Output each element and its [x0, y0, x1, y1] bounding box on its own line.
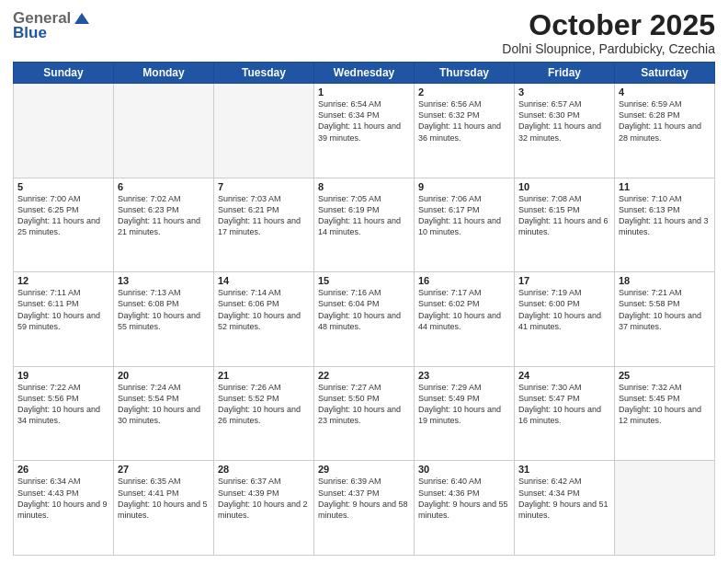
week-row-4: 19Sunrise: 7:22 AM Sunset: 5:56 PM Dayli… [14, 366, 715, 461]
day-number: 30 [418, 464, 510, 475]
day-cell: 5Sunrise: 7:00 AM Sunset: 6:25 PM Daylig… [14, 178, 114, 272]
day-number: 28 [218, 464, 310, 475]
day-number: 3 [518, 86, 610, 98]
day-info: Sunrise: 7:32 AM Sunset: 5:45 PM Dayligh… [619, 382, 711, 427]
day-number: 9 [418, 181, 510, 192]
day-info: Sunrise: 7:05 AM Sunset: 6:19 PM Dayligh… [318, 193, 410, 238]
day-info: Sunrise: 7:24 AM Sunset: 5:54 PM Dayligh… [118, 382, 210, 427]
day-info: Sunrise: 6:39 AM Sunset: 4:37 PM Dayligh… [318, 476, 410, 521]
day-number: 29 [318, 464, 410, 475]
day-info: Sunrise: 7:06 AM Sunset: 6:17 PM Dayligh… [418, 193, 510, 238]
week-row-5: 26Sunrise: 6:34 AM Sunset: 4:43 PM Dayli… [14, 461, 715, 556]
day-cell: 27Sunrise: 6:35 AM Sunset: 4:41 PM Dayli… [114, 461, 214, 556]
weekday-header-thursday: Thursday [415, 63, 515, 84]
week-row-3: 12Sunrise: 7:11 AM Sunset: 6:11 PM Dayli… [14, 272, 715, 367]
day-number: 18 [619, 275, 711, 286]
day-number: 13 [118, 275, 210, 286]
day-number: 8 [318, 181, 410, 192]
weekday-header-wednesday: Wednesday [314, 63, 415, 84]
month-title: October 2025 [502, 9, 715, 41]
day-info: Sunrise: 6:56 AM Sunset: 6:32 PM Dayligh… [418, 98, 510, 144]
day-cell: 21Sunrise: 7:26 AM Sunset: 5:52 PM Dayli… [214, 366, 314, 461]
day-info: Sunrise: 7:10 AM Sunset: 6:13 PM Dayligh… [619, 193, 711, 238]
day-cell: 12Sunrise: 7:11 AM Sunset: 6:11 PM Dayli… [14, 272, 114, 367]
calendar-table: SundayMondayTuesdayWednesdayThursdayFrid… [13, 62, 715, 556]
day-cell: 14Sunrise: 7:14 AM Sunset: 6:06 PM Dayli… [214, 272, 314, 367]
day-info: Sunrise: 6:42 AM Sunset: 4:34 PM Dayligh… [518, 476, 610, 521]
week-row-1: 1Sunrise: 6:54 AM Sunset: 6:34 PM Daylig… [14, 84, 715, 178]
day-number: 14 [218, 275, 310, 286]
day-info: Sunrise: 7:14 AM Sunset: 6:06 PM Dayligh… [218, 287, 310, 332]
day-number: 23 [418, 370, 510, 381]
day-cell: 16Sunrise: 7:17 AM Sunset: 6:02 PM Dayli… [415, 272, 515, 367]
day-number: 25 [619, 370, 711, 381]
day-cell: 10Sunrise: 7:08 AM Sunset: 6:15 PM Dayli… [515, 178, 615, 272]
weekday-header-tuesday: Tuesday [214, 63, 314, 84]
logo-icon [73, 11, 91, 26]
day-cell [14, 84, 114, 178]
day-info: Sunrise: 7:21 AM Sunset: 5:58 PM Dayligh… [619, 287, 711, 332]
day-number: 1 [318, 86, 410, 98]
day-cell: 25Sunrise: 7:32 AM Sunset: 5:45 PM Dayli… [615, 366, 715, 461]
day-cell: 31Sunrise: 6:42 AM Sunset: 4:34 PM Dayli… [515, 461, 615, 556]
day-info: Sunrise: 7:08 AM Sunset: 6:15 PM Dayligh… [518, 193, 610, 238]
day-info: Sunrise: 7:27 AM Sunset: 5:50 PM Dayligh… [318, 382, 410, 427]
day-number: 24 [518, 370, 610, 381]
day-info: Sunrise: 7:30 AM Sunset: 5:47 PM Dayligh… [518, 382, 610, 427]
page: General Blue October 2025 Dolni Sloupnic… [0, 0, 728, 563]
day-info: Sunrise: 7:00 AM Sunset: 6:25 PM Dayligh… [17, 193, 109, 238]
day-number: 5 [17, 181, 109, 192]
logo-blue-text: Blue [13, 24, 47, 42]
day-info: Sunrise: 6:57 AM Sunset: 6:30 PM Dayligh… [518, 98, 610, 144]
day-number: 10 [518, 181, 610, 192]
day-info: Sunrise: 7:16 AM Sunset: 6:04 PM Dayligh… [318, 287, 410, 332]
day-info: Sunrise: 7:26 AM Sunset: 5:52 PM Dayligh… [218, 382, 310, 427]
logo: General Blue [13, 9, 91, 42]
day-cell: 18Sunrise: 7:21 AM Sunset: 5:58 PM Dayli… [615, 272, 715, 367]
day-cell: 15Sunrise: 7:16 AM Sunset: 6:04 PM Dayli… [314, 272, 415, 367]
day-cell: 11Sunrise: 7:10 AM Sunset: 6:13 PM Dayli… [615, 178, 715, 272]
day-number: 19 [17, 370, 109, 381]
day-cell [114, 84, 214, 178]
week-row-2: 5Sunrise: 7:00 AM Sunset: 6:25 PM Daylig… [14, 178, 715, 272]
day-info: Sunrise: 6:54 AM Sunset: 6:34 PM Dayligh… [318, 98, 410, 144]
day-cell: 17Sunrise: 7:19 AM Sunset: 6:00 PM Dayli… [515, 272, 615, 367]
day-number: 2 [418, 86, 510, 98]
day-number: 6 [118, 181, 210, 192]
day-cell: 28Sunrise: 6:37 AM Sunset: 4:39 PM Dayli… [214, 461, 314, 556]
day-cell: 26Sunrise: 6:34 AM Sunset: 4:43 PM Dayli… [14, 461, 114, 556]
day-cell: 2Sunrise: 6:56 AM Sunset: 6:32 PM Daylig… [415, 84, 515, 178]
day-info: Sunrise: 6:37 AM Sunset: 4:39 PM Dayligh… [218, 476, 310, 521]
weekday-header-sunday: Sunday [14, 63, 114, 84]
day-number: 27 [118, 464, 210, 475]
title-block: October 2025 Dolni Sloupnice, Pardubicky… [502, 9, 715, 56]
day-cell: 7Sunrise: 7:03 AM Sunset: 6:21 PM Daylig… [214, 178, 314, 272]
day-cell: 20Sunrise: 7:24 AM Sunset: 5:54 PM Dayli… [114, 366, 214, 461]
weekday-header-saturday: Saturday [615, 63, 715, 84]
day-cell: 3Sunrise: 6:57 AM Sunset: 6:30 PM Daylig… [515, 84, 615, 178]
day-number: 21 [218, 370, 310, 381]
day-cell: 29Sunrise: 6:39 AM Sunset: 4:37 PM Dayli… [314, 461, 415, 556]
day-info: Sunrise: 7:17 AM Sunset: 6:02 PM Dayligh… [418, 287, 510, 332]
day-info: Sunrise: 7:11 AM Sunset: 6:11 PM Dayligh… [17, 287, 109, 332]
weekday-header-friday: Friday [515, 63, 615, 84]
day-number: 12 [17, 275, 109, 286]
day-number: 15 [318, 275, 410, 286]
day-info: Sunrise: 6:59 AM Sunset: 6:28 PM Dayligh… [619, 98, 711, 144]
day-number: 16 [418, 275, 510, 286]
day-cell: 30Sunrise: 6:40 AM Sunset: 4:36 PM Dayli… [415, 461, 515, 556]
day-info: Sunrise: 7:19 AM Sunset: 6:00 PM Dayligh… [518, 287, 610, 332]
day-info: Sunrise: 6:40 AM Sunset: 4:36 PM Dayligh… [418, 476, 510, 521]
day-info: Sunrise: 7:29 AM Sunset: 5:49 PM Dayligh… [418, 382, 510, 427]
day-number: 7 [218, 181, 310, 192]
day-cell: 23Sunrise: 7:29 AM Sunset: 5:49 PM Dayli… [415, 366, 515, 461]
header: General Blue October 2025 Dolni Sloupnic… [13, 9, 715, 56]
day-number: 11 [619, 181, 711, 192]
day-number: 17 [518, 275, 610, 286]
day-cell: 9Sunrise: 7:06 AM Sunset: 6:17 PM Daylig… [415, 178, 515, 272]
day-cell: 1Sunrise: 6:54 AM Sunset: 6:34 PM Daylig… [314, 84, 415, 178]
day-info: Sunrise: 6:34 AM Sunset: 4:43 PM Dayligh… [17, 476, 109, 521]
day-number: 22 [318, 370, 410, 381]
day-number: 26 [17, 464, 109, 475]
weekday-header-monday: Monday [114, 63, 214, 84]
